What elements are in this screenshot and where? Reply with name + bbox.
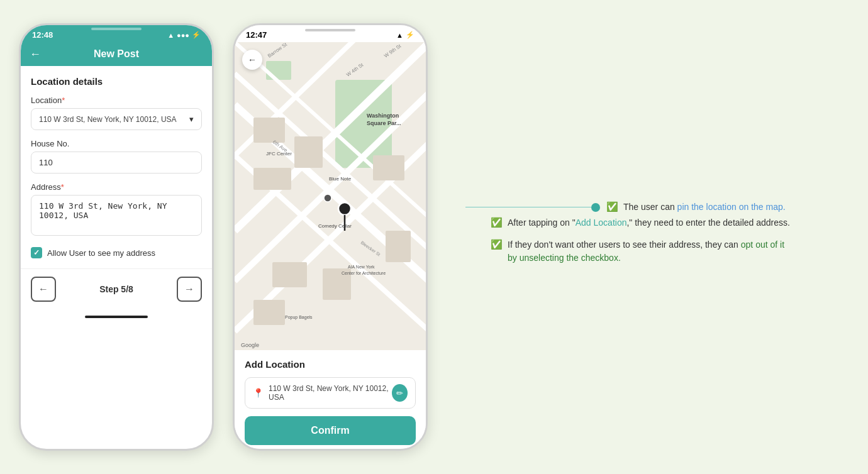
signal-icon: ●●● (177, 31, 189, 39)
svg-rect-14 (373, 155, 404, 180)
annotation-text-3: If they don't want other users to see th… (508, 238, 784, 265)
svg-rect-2 (266, 61, 291, 80)
home-bar-1 (85, 316, 148, 318)
address-label: Address* (31, 182, 202, 192)
check-icon-1: ✅ (606, 201, 618, 212)
svg-point-24 (338, 202, 351, 215)
address-display: 110 W 3rd St, New York, NY 10012, USA (269, 384, 392, 402)
check-icon-2: ✅ (491, 217, 503, 228)
house-input[interactable] (31, 152, 202, 174)
next-step-button[interactable]: → (177, 277, 202, 302)
confirm-button[interactable]: Confirm (245, 416, 416, 445)
phone1-content: Location details Location* 110 W 3rd St,… (21, 66, 212, 268)
annotations-panel: ✅ The user can pin the location on the m… (447, 188, 849, 286)
svg-text:Google: Google (241, 342, 259, 348)
annotation-text-1: The user can pin the location on the map… (623, 201, 786, 214)
location-label: Location* (31, 96, 202, 105)
house-label: House No. (31, 139, 202, 148)
connector-row: ✅ The user can pin the location on the m… (465, 201, 830, 214)
svg-text:Center for Architecture: Center for Architecture (342, 271, 386, 275)
allow-address-checkbox[interactable] (31, 247, 42, 258)
wifi-icon-2: ▲ (396, 31, 403, 39)
location-field-group: Location* 110 W 3rd St, New York, NY 100… (31, 96, 202, 130)
house-number-group: House No. (31, 139, 202, 174)
status-icons-2: ▲ ⚡ (396, 31, 415, 39)
svg-rect-16 (272, 262, 307, 287)
svg-point-26 (324, 194, 331, 202)
back-button-2[interactable]: ← (242, 50, 262, 70)
edit-address-button[interactable]: ✏ (392, 384, 408, 402)
next-arrow-icon: → (184, 284, 194, 295)
svg-rect-15 (386, 231, 411, 262)
status-icons-1: ▲ ●●● ⚡ (167, 31, 201, 39)
address-required-star: * (61, 182, 64, 192)
connector-dot (591, 203, 600, 212)
location-value: 110 W 3rd St, New York, NY 10012, USA (39, 115, 177, 124)
location-details-heading: Location details (31, 76, 202, 87)
dropdown-icon: ▾ (189, 114, 194, 124)
highlight-1: pin the location on the map. (677, 202, 786, 212)
allow-address-row[interactable]: Allow User to see my address (31, 247, 202, 258)
status-bar-1: 12:48 ▲ ●●● ⚡ (21, 25, 212, 42)
address-input-row[interactable]: 📍 110 W 3rd St, New York, NY 10012, USA … (245, 377, 416, 409)
battery-icon: ⚡ (192, 31, 201, 39)
time-1: 12:48 (32, 30, 53, 40)
step-indicator: Step 5/8 (99, 284, 133, 294)
phone-frame-1: 12:48 ▲ ●●● ⚡ ← New Post Location detail… (19, 23, 214, 451)
battery-icon-2: ⚡ (406, 31, 415, 39)
phone1-header: ← New Post (21, 42, 212, 66)
location-select[interactable]: 110 W 3rd St, New York, NY 10012, USA ▾ (31, 108, 202, 130)
allow-address-label: Allow User to see my address (47, 248, 155, 258)
address-input-left: 📍 110 W 3rd St, New York, NY 10012, USA (253, 384, 392, 402)
svg-rect-13 (253, 168, 291, 190)
annotation-text-2: After tapping on "Add Location," they ne… (508, 216, 790, 229)
wifi-icon: ▲ (167, 31, 174, 39)
annotation-3: ✅ If they don't want other users to see … (491, 238, 830, 265)
map-svg: W 9th St Barrow St W 4th St 6th Ave Blee… (235, 42, 426, 350)
svg-text:Popup Bagels: Popup Bagels (285, 315, 313, 320)
confirm-label: Confirm (311, 425, 349, 436)
address-field-group: Address* 110 W 3rd St, New York, NY 1001… (31, 182, 202, 238)
svg-text:Comedy Cellar: Comedy Cellar (318, 223, 352, 229)
highlight-2a: Add Location (576, 218, 627, 228)
prev-step-button[interactable]: ← (31, 277, 56, 302)
home-indicator-1 (21, 309, 212, 324)
phone-frame-2: 12:47 ▲ ⚡ (233, 23, 428, 451)
highlight-3a: opt out of itby unselecting the checkbox… (508, 240, 784, 263)
back-button-1[interactable]: ← (30, 48, 41, 61)
location-required-star: * (62, 96, 65, 105)
annotation-1: ✅ The user can pin the location on the m… (606, 201, 786, 214)
connector-line (465, 207, 591, 208)
add-location-panel: Add Location 📍 110 W 3rd St, New York, N… (235, 350, 426, 451)
location-pin-icon: 📍 (253, 388, 264, 398)
map-area[interactable]: W 9th St Barrow St W 4th St 6th Ave Blee… (235, 42, 426, 350)
svg-text:Washington: Washington (367, 113, 399, 119)
svg-rect-12 (294, 136, 323, 168)
check-icon-3: ✅ (491, 239, 503, 250)
new-post-title: New Post (94, 48, 139, 60)
svg-text:Square Par...: Square Par... (367, 120, 401, 126)
svg-text:Blue Note: Blue Note (329, 176, 352, 182)
prev-arrow-icon: ← (38, 284, 48, 295)
annotations-list: ✅ After tapping on "Add Location," they … (491, 216, 830, 273)
svg-rect-18 (253, 300, 285, 325)
phone1-footer: ← Step 5/8 → (21, 268, 212, 309)
back-arrow-icon-2: ← (248, 55, 257, 65)
annotation-2: ✅ After tapping on "Add Location," they … (491, 216, 830, 229)
time-2: 12:47 (246, 30, 267, 40)
address-textarea[interactable]: 110 W 3rd St, New York, NY 10012, USA (31, 195, 202, 236)
svg-rect-11 (253, 118, 285, 143)
add-location-title: Add Location (245, 359, 416, 370)
status-bar-2: 12:47 ▲ ⚡ (235, 25, 426, 42)
svg-text:JFC Center: JFC Center (266, 151, 292, 157)
pencil-icon: ✏ (396, 389, 403, 398)
svg-text:AIA New York: AIA New York (348, 265, 375, 269)
